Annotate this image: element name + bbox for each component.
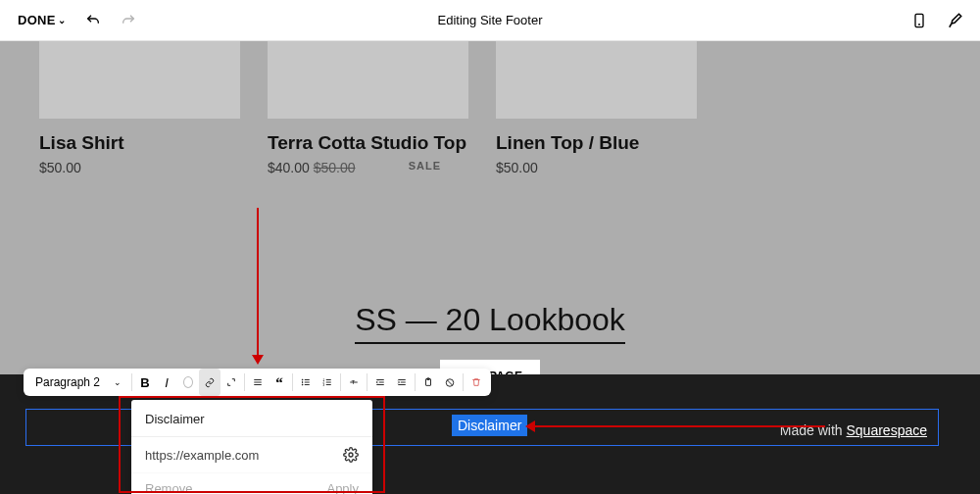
svg-line-28	[448, 380, 453, 385]
product-card[interactable]: Terra Cotta Studio Top $40.00 $50.00 SAL…	[268, 41, 468, 175]
product-price: $50.00	[39, 160, 240, 175]
quote-button[interactable]: “	[269, 369, 290, 396]
link-text-value: Disclaimer	[131, 412, 372, 436]
link-apply-button[interactable]: Apply	[326, 481, 359, 494]
link-editor-popover: Disclaimer https://example.com Remove Ap…	[131, 400, 372, 494]
device-preview-button[interactable]	[906, 7, 933, 34]
product-title: Lisa Shirt	[39, 132, 240, 154]
strikethrough-button[interactable]: T	[343, 369, 365, 396]
italic-button[interactable]: I	[156, 369, 177, 396]
original-price: $50.00	[314, 160, 356, 175]
svg-point-29	[349, 453, 353, 457]
link-url-input[interactable]: https://example.com	[145, 448, 259, 463]
sale-badge: SALE	[409, 160, 441, 172]
product-card[interactable]: Lisa Shirt $50.00	[39, 41, 240, 175]
product-image	[39, 41, 240, 119]
delete-button[interactable]	[466, 369, 487, 396]
sale-price: $40.00	[268, 160, 310, 175]
svg-point-1	[919, 24, 920, 25]
svg-point-6	[302, 382, 303, 383]
page-title: Editing Site Footer	[438, 13, 543, 27]
product-card[interactable]: Linen Top / Blue $50.00	[496, 41, 697, 175]
product-image	[496, 41, 697, 119]
text-format-toolbar: Paragraph 2 ⌄ B I “ 123 T	[24, 369, 491, 396]
chevron-down-icon: ⌄	[58, 15, 66, 25]
numbered-list-button[interactable]: 123	[317, 369, 338, 396]
align-button[interactable]	[247, 369, 269, 396]
product-title: Linen Top / Blue	[496, 132, 697, 154]
link-button[interactable]	[199, 369, 220, 396]
color-circle-icon	[183, 376, 193, 388]
chevron-down-icon: ⌄	[114, 377, 122, 387]
undo-button[interactable]	[79, 7, 107, 34]
hero-link[interactable]: SS — 20 Lookbook	[355, 302, 625, 344]
clear-format-button[interactable]	[439, 369, 461, 396]
svg-point-7	[302, 384, 303, 385]
selected-text-highlight[interactable]: Disclaimer	[452, 415, 527, 436]
outdent-button[interactable]	[369, 369, 391, 396]
redo-button[interactable]	[115, 7, 142, 34]
link-settings-button[interactable]	[343, 447, 359, 463]
text-color-button[interactable]	[177, 369, 199, 396]
svg-point-5	[302, 379, 303, 380]
paste-button[interactable]	[417, 369, 439, 396]
bold-button[interactable]: B	[134, 369, 156, 396]
link-remove-button[interactable]: Remove	[145, 481, 192, 494]
bullet-list-button[interactable]	[295, 369, 317, 396]
done-label: DONE	[18, 13, 56, 27]
svg-text:3: 3	[322, 383, 324, 387]
product-title: Terra Cotta Studio Top	[268, 132, 468, 154]
paintbrush-button[interactable]	[941, 7, 968, 34]
indent-button[interactable]	[391, 369, 413, 396]
done-button[interactable]: DONE ⌄	[12, 9, 72, 31]
product-price: $50.00	[496, 160, 697, 175]
text-style-dropdown[interactable]: Paragraph 2 ⌄	[27, 369, 129, 396]
product-image	[268, 41, 468, 119]
expand-button[interactable]	[220, 369, 242, 396]
